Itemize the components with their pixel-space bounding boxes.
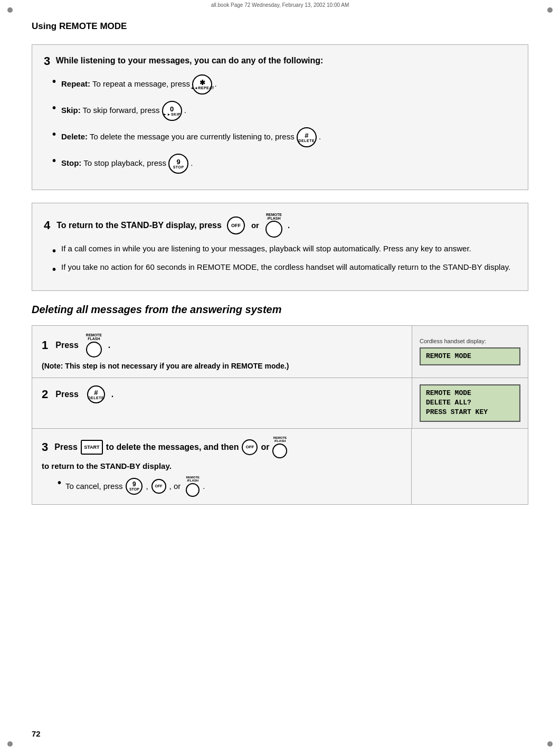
delete-button-icon: # DELETE bbox=[297, 127, 317, 147]
delete-step1-note: (Note: This step is not necessary if you… bbox=[42, 362, 402, 370]
delete-step1-num: 1 bbox=[42, 338, 48, 352]
delete-btn-sub: DELETE bbox=[299, 139, 315, 143]
cancel-off-label: OFF bbox=[155, 484, 163, 488]
delete-step2-right: REMOTE MODE DELETE ALL? PRESS START KEY bbox=[412, 378, 528, 428]
repeat-btn-sub: ◄◄REPEAT bbox=[190, 86, 214, 90]
off-button-icon: OFF bbox=[227, 216, 245, 234]
skip-button-icon: 0 ►►SKIP bbox=[162, 101, 182, 121]
skip-btn-sub: ►►SKIP bbox=[163, 112, 181, 116]
step3-remote-flash-wrapper: REMOTE/FLASH bbox=[272, 436, 287, 458]
step4-header-text: To return to the STAND-BY display, press bbox=[56, 221, 222, 230]
step4-num: 4 bbox=[44, 219, 50, 232]
cancel-comma: , bbox=[146, 482, 148, 491]
off-btn-label: OFF bbox=[231, 223, 241, 228]
delete-step1-display-text: REMOTE MODE bbox=[426, 352, 471, 360]
delete-step3-text1: Press bbox=[54, 442, 78, 452]
step4-bullet-text-1: If a call comes in while you are listeni… bbox=[61, 244, 471, 257]
bullet-delete-label: Delete: bbox=[61, 132, 88, 141]
step4-bullets: • If a call comes in while you are liste… bbox=[44, 244, 516, 276]
step3-bullet-repeat: • Repeat: To repeat a message, press ✱ ◄… bbox=[52, 74, 516, 95]
bullet-skip-label: Skip: bbox=[61, 106, 81, 115]
bullet-repeat-text: To repeat a message, press bbox=[92, 79, 190, 88]
step4-period: . bbox=[288, 221, 290, 230]
bullet-dot-4-1: • bbox=[52, 245, 56, 257]
delete-step2-press: Press bbox=[55, 390, 79, 399]
page-number: 72 bbox=[32, 729, 41, 738]
cancel-stop-icon: 9 STOP bbox=[126, 478, 143, 495]
corner-decoration-tr bbox=[547, 7, 553, 13]
delete-step3-text2: to delete the messages, and then bbox=[106, 442, 239, 452]
start-button-icon: START bbox=[81, 440, 103, 455]
remote-flash-icon bbox=[265, 221, 282, 238]
bullet-dot-skip: • bbox=[52, 102, 56, 114]
cancel-remote-flash-icon bbox=[186, 483, 200, 497]
repeat-button-icon: ✱ ◄◄REPEAT bbox=[192, 74, 212, 95]
delete-step3-row: 3 Press START to delete the messages, an… bbox=[32, 429, 528, 504]
delete-step2-row: 2 Press # DELETE . REMOTE MODE DELETE AL… bbox=[32, 378, 528, 429]
delete-step2-num: 2 bbox=[42, 388, 48, 401]
delete-step2-period: . bbox=[111, 390, 113, 399]
delete-step2-display-line1: REMOTE MODE bbox=[426, 389, 514, 398]
step4-bullet-2: • If you take no action for 60 seconds i… bbox=[52, 262, 516, 276]
delete-step3-header: 3 Press START to delete the messages, an… bbox=[42, 436, 402, 470]
step1-remote-top: REMOTEFLASH bbox=[86, 333, 102, 341]
step3-off-btn: OFF bbox=[242, 439, 258, 455]
step3-num: 3 bbox=[44, 54, 50, 68]
step1-remote-flash-icon bbox=[86, 342, 102, 357]
delete-step3-text3: to return to the STAND-BY display. bbox=[42, 461, 172, 470]
bullet-dot-stop: • bbox=[52, 155, 56, 167]
bullet-dot-4-2: • bbox=[52, 263, 56, 276]
bullet-skip-text: To skip forward, press bbox=[83, 106, 160, 115]
bullet-dot-delete: • bbox=[52, 128, 56, 140]
remote-flash-button-wrapper: REMOTE/FLASH bbox=[265, 213, 282, 238]
step3-off-label: OFF bbox=[245, 445, 254, 449]
step3-remote-top-label: REMOTE/FLASH bbox=[273, 436, 287, 442]
cancel-text: To cancel, press bbox=[65, 482, 122, 491]
delete-step3-or: or bbox=[261, 442, 269, 452]
step3-bullet-stop: • Stop: To stop playback, press 9 STOP . bbox=[52, 154, 516, 174]
delete-step2-left: 2 Press # DELETE . bbox=[32, 378, 412, 428]
delete-step3-left: 3 Press START to delete the messages, an… bbox=[32, 429, 412, 504]
step3-header: 3 While listening to your messages, you … bbox=[44, 54, 516, 68]
delete-step1-period: . bbox=[108, 341, 110, 350]
step4-bullet-1: • If a call comes in while you are liste… bbox=[52, 244, 516, 257]
delete-step1-right: Cordless handset display: REMOTE MODE bbox=[412, 326, 528, 378]
delete-step3-num: 3 bbox=[42, 440, 48, 454]
delete-step2-display-line2: DELETE ALL? bbox=[426, 398, 514, 408]
step3-bullet-skip: • Skip: To skip forward, press 0 ►►SKIP … bbox=[52, 101, 516, 121]
step2-delete-icon: # DELETE bbox=[87, 385, 105, 403]
remote-flash-top-label: REMOTE/FLASH bbox=[266, 213, 282, 220]
delete-step1-display-label: Cordless handset display: bbox=[420, 338, 520, 344]
bullet-stop-label: Stop: bbox=[61, 158, 81, 167]
step3-bullet-list: • Repeat: To repeat a message, press ✱ ◄… bbox=[44, 74, 516, 174]
delete-step1-note-text: (Note: This step is not necessary if you… bbox=[42, 362, 289, 370]
cancel-remote-flash-wrapper: REMOTE/FLASH bbox=[186, 476, 200, 497]
bullet-dot-repeat: • bbox=[52, 76, 56, 88]
cancel-or2: , or bbox=[169, 482, 181, 491]
step1-remote-flash-wrapper: REMOTEFLASH bbox=[86, 333, 102, 357]
or-text: or bbox=[251, 221, 259, 230]
cancel-stop-sub: STOP bbox=[129, 487, 139, 491]
delete-steps-container: 1 Press REMOTEFLASH . (Note: This step i… bbox=[32, 325, 528, 505]
step2-delete-sub: DELETE bbox=[88, 396, 105, 400]
step4-section: 4 To return to the STAND-BY display, pre… bbox=[32, 203, 528, 291]
stop-button-icon: 9 STOP bbox=[168, 154, 188, 174]
corner-decoration-br bbox=[547, 741, 553, 747]
bullet-delete-text: To delete the message you are currently … bbox=[90, 132, 295, 141]
delete-step1-header: 1 Press REMOTEFLASH . bbox=[42, 333, 402, 357]
bullet-repeat-period: . bbox=[214, 79, 216, 88]
delete-step2-header: 2 Press # DELETE . bbox=[42, 385, 402, 403]
start-btn-label: START bbox=[84, 445, 99, 450]
cancel-bullet: • bbox=[58, 477, 61, 489]
bullet-delete-period: . bbox=[319, 132, 321, 141]
delete-step1-press: Press bbox=[55, 341, 79, 350]
delete-step1-left: 1 Press REMOTEFLASH . (Note: This step i… bbox=[32, 326, 412, 378]
step3-remote-flash-icon bbox=[272, 444, 287, 458]
step3-bullet-delete: • Delete: To delete the message you are … bbox=[52, 127, 516, 147]
step4-bullet-text-2: If you take no action for 60 seconds in … bbox=[61, 262, 510, 276]
cancel-remote-top: REMOTE/FLASH bbox=[186, 476, 200, 482]
stop-btn-sub: STOP bbox=[173, 165, 184, 169]
step3-box: 3 While listening to your messages, you … bbox=[32, 44, 528, 190]
bullet-stop-period: . bbox=[191, 158, 193, 167]
delete-step1-display: REMOTE MODE bbox=[420, 347, 520, 365]
